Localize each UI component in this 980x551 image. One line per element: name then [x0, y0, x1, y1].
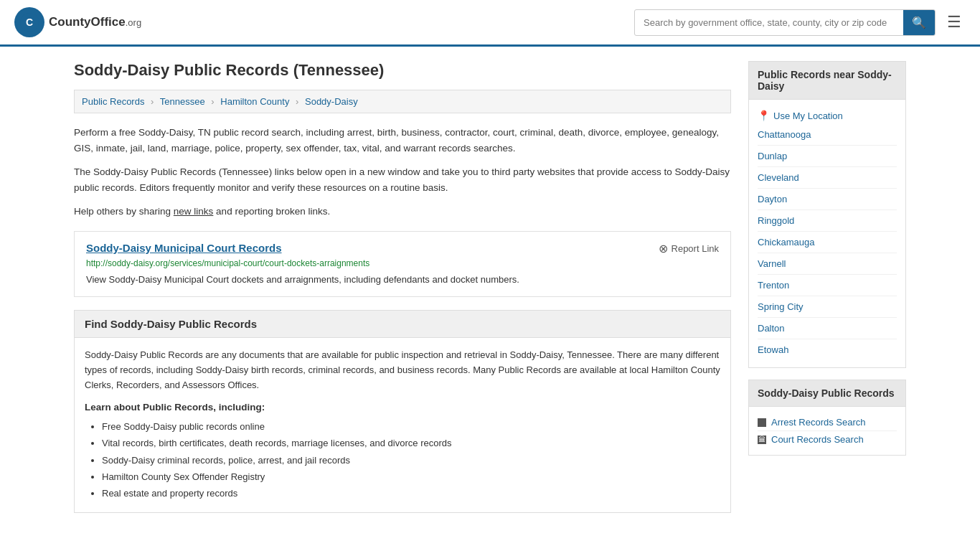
- list-item: Real estate and property records: [102, 485, 720, 501]
- intro-paragraph-1: Perform a free Soddy-Daisy, TN public re…: [74, 125, 731, 156]
- sidebar-item-spring-city: Spring City: [758, 296, 897, 318]
- intro-paragraph-2: The Soddy-Daisy Public Records (Tennesse…: [74, 164, 731, 195]
- records-item-court: 🏛 Court Records Search: [758, 431, 897, 448]
- use-location-button[interactable]: 📍 Use My Location: [758, 107, 897, 124]
- search-button[interactable]: 🔍: [903, 10, 935, 35]
- records-section-body: Arrest Records Search 🏛 Court Records Se…: [749, 407, 905, 455]
- hamburger-menu-icon[interactable]: ☰: [943, 9, 966, 36]
- nearby-link-etowah[interactable]: Etowah: [758, 342, 897, 357]
- breadcrumb-tennessee[interactable]: Tennessee: [160, 96, 205, 107]
- intro-p3-after: and reporting broken links.: [213, 206, 330, 217]
- nearby-link-dayton[interactable]: Dayton: [758, 192, 897, 207]
- sidebar-item-chickamauga: Chickamauga: [758, 232, 897, 253]
- sidebar-item-dayton: Dayton: [758, 189, 897, 210]
- find-section-header: Find Soddy-Daisy Public Records: [74, 310, 731, 338]
- breadcrumb-sep-3: ›: [296, 96, 298, 107]
- breadcrumb-soddy-daisy[interactable]: Soddy-Daisy: [305, 96, 358, 107]
- sidebar-item-etowah: Etowah: [758, 339, 897, 360]
- content-area: Soddy-Daisy Public Records (Tennessee) P…: [74, 61, 731, 513]
- find-section-body: Soddy-Daisy Public Records are any docum…: [74, 338, 731, 512]
- find-body-text: Soddy-Daisy Public Records are any docum…: [85, 348, 720, 392]
- list-item: Soddy-Daisy criminal records, police, ar…: [102, 452, 720, 468]
- nearby-link-dalton[interactable]: Dalton: [758, 321, 897, 336]
- learn-list: Free Soddy-Daisy public records online V…: [85, 418, 720, 502]
- nearby-link-trenton[interactable]: Trenton: [758, 278, 897, 293]
- record-link-block: Soddy-Daisy Municipal Court Records ⊗ Re…: [74, 231, 731, 298]
- page-title: Soddy-Daisy Public Records (Tennessee): [74, 61, 731, 80]
- breadcrumb-sep-2: ›: [211, 96, 214, 107]
- svg-text:C: C: [26, 17, 33, 28]
- intro-paragraph-3: Help others by sharing new links and rep…: [74, 204, 731, 220]
- search-input[interactable]: [635, 11, 903, 34]
- record-link-title[interactable]: Soddy-Daisy Municipal Court Records: [86, 242, 282, 254]
- sidebar: Public Records near Soddy-Daisy 📍 Use My…: [748, 61, 906, 513]
- nearby-section-header: Public Records near Soddy-Daisy: [749, 62, 905, 100]
- records-section-header: Soddy-Daisy Public Records: [749, 380, 905, 407]
- nearby-link-chickamauga[interactable]: Chickamauga: [758, 235, 897, 250]
- nearby-link-spring-city[interactable]: Spring City: [758, 299, 897, 314]
- logo-icon: C: [14, 7, 44, 37]
- court-records-link[interactable]: Court Records Search: [771, 434, 864, 445]
- breadcrumb-hamilton-county[interactable]: Hamilton County: [220, 96, 289, 107]
- report-link-label: Report Link: [672, 243, 719, 254]
- search-bar: 🔍: [634, 9, 936, 36]
- nearby-link-cleveland[interactable]: Cleveland: [758, 170, 897, 185]
- record-url[interactable]: http://soddy-daisy.org/services/municipa…: [86, 258, 719, 268]
- record-link-header: Soddy-Daisy Municipal Court Records ⊗ Re…: [86, 242, 719, 255]
- nearby-section-body: 📍 Use My Location Chattanooga Dunlap Cle…: [749, 100, 905, 367]
- record-description: View Soddy-Daisy Municipal Court dockets…: [86, 273, 719, 287]
- breadcrumb: Public Records › Tennessee › Hamilton Co…: [74, 90, 731, 113]
- page-header: C CountyOffice.org 🔍 ☰: [0, 0, 980, 47]
- sidebar-item-chattanooga: Chattanooga: [758, 124, 897, 146]
- nearby-link-chattanooga[interactable]: Chattanooga: [758, 127, 897, 142]
- sidebar-item-ringgold: Ringgold: [758, 210, 897, 232]
- nearby-link-ringgold[interactable]: Ringgold: [758, 213, 897, 228]
- sidebar-item-dalton: Dalton: [758, 318, 897, 339]
- nearby-section: Public Records near Soddy-Daisy 📍 Use My…: [748, 61, 906, 368]
- records-item-arrest: Arrest Records Search: [758, 414, 897, 431]
- report-link-icon: ⊗: [659, 242, 668, 255]
- learn-heading: Learn about Public Records, including:: [85, 402, 720, 413]
- list-item: Hamilton County Sex Offender Registry: [102, 468, 720, 485]
- logo-area: C CountyOffice.org: [14, 7, 141, 37]
- pin-icon: 📍: [758, 110, 770, 121]
- report-link-button[interactable]: ⊗ Report Link: [659, 242, 719, 255]
- header-right: 🔍 ☰: [634, 9, 966, 36]
- records-section: Soddy-Daisy Public Records Arrest Record…: [748, 380, 906, 456]
- arrest-records-link[interactable]: Arrest Records Search: [771, 417, 866, 428]
- breadcrumb-public-records[interactable]: Public Records: [82, 96, 144, 107]
- sidebar-item-varnell: Varnell: [758, 253, 897, 275]
- intro-p3-before: Help others by sharing: [74, 206, 174, 217]
- list-item: Free Soddy-Daisy public records online: [102, 418, 720, 435]
- sidebar-item-cleveland: Cleveland: [758, 167, 897, 189]
- breadcrumb-sep-1: ›: [151, 96, 154, 107]
- nearby-link-varnell[interactable]: Varnell: [758, 256, 897, 271]
- list-item: Vital records, birth certificates, death…: [102, 435, 720, 451]
- main-container: Soddy-Daisy Public Records (Tennessee) P…: [60, 47, 920, 527]
- sidebar-item-dunlap: Dunlap: [758, 146, 897, 167]
- nearby-link-dunlap[interactable]: Dunlap: [758, 149, 897, 164]
- sidebar-item-trenton: Trenton: [758, 275, 897, 296]
- arrest-icon: [758, 418, 766, 427]
- new-links-link[interactable]: new links: [174, 206, 214, 217]
- use-location-label: Use My Location: [773, 110, 843, 121]
- logo-text: CountyOffice.org: [49, 15, 141, 29]
- court-icon: 🏛: [758, 435, 766, 444]
